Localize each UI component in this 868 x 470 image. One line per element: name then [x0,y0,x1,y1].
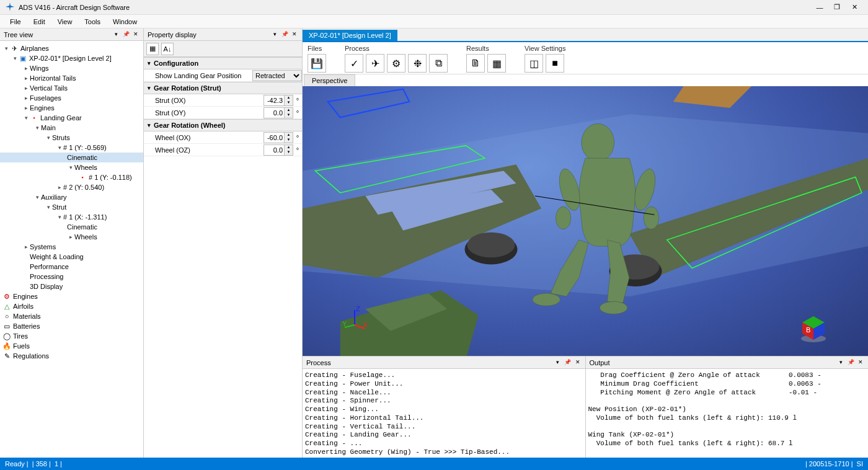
panel-pin-icon[interactable]: 📌 [564,359,572,366]
svg-point-19 [644,206,658,229]
svg-marker-7 [328,89,410,118]
panel-close-icon[interactable]: ✕ [574,359,582,366]
tree-extra[interactable]: ▭Batteries [0,321,143,331]
tree-aux-strut[interactable]: ▾Strut [0,202,143,212]
panel-close-icon[interactable]: ✕ [291,31,298,38]
menu-view[interactable]: View [51,17,79,27]
process-log[interactable]: Creating - Fuselage... Creating - Power … [303,369,585,458]
spin-down-icon[interactable]: ▼ [285,100,293,105]
tree-aux-wheels[interactable]: ▸Wheels [0,232,143,242]
tree-item[interactable]: ▸Systems [0,242,143,252]
perspective-tab[interactable]: Perspective [304,74,355,86]
menu-tools[interactable]: Tools [78,17,107,27]
tree-cinematic[interactable]: Cinematic [0,153,143,162]
tree-item[interactable]: Processing [0,272,143,282]
tree-aux-strut1[interactable]: ▾# 1 (X: -1.311) [0,212,143,222]
tb-group-label: View Settings [525,45,565,52]
tree-design[interactable]: ▾▣XP-02-01* [Design Level 2] [0,53,143,63]
strut-ox-input[interactable] [264,95,284,105]
panel-dropdown-icon[interactable]: ▾ [271,31,278,38]
tree-aux-cinematic[interactable]: Cinematic [0,222,143,232]
tree-item[interactable]: ▸Horizontal Tails [0,73,143,83]
close-button[interactable]: ✕ [846,3,863,11]
tree-item[interactable]: Weight & Loading [0,252,143,262]
panel-dropdown-icon[interactable]: ▾ [112,31,120,38]
output-log[interactable]: Drag Coefficient @ Zero Angle of attack … [586,369,869,458]
tree-extra[interactable]: △Airfoils [0,301,143,311]
document-tab-bar: XP-02-01* [Design Level 2] [303,29,868,42]
menu-window[interactable]: Window [107,17,143,27]
design-icon: ▣ [19,55,27,63]
tree-view-panel: Tree view ▾ 📌 ✕ ▾✈Airplanes ▾▣XP-02-01* … [0,29,144,458]
window-title: ADS V416 - Aircraft Design Software [19,4,811,11]
document-tab[interactable]: XP-02-01* [Design Level 2] [303,30,397,41]
tree-strut2[interactable]: ▸# 2 (Y: 0.540) [0,182,143,192]
tree-extra[interactable]: ◯Tires [0,331,143,341]
tree-aux[interactable]: ▾Auxiliary [0,192,143,202]
tree-item[interactable]: ▸Vertical Tails [0,83,143,93]
maximize-button[interactable]: ❐ [828,3,846,11]
check-icon[interactable]: ✓ [345,54,363,73]
tree-body[interactable]: ▾✈Airplanes ▾▣XP-02-01* [Design Level 2]… [0,41,143,458]
wheel-oz-input[interactable] [264,145,284,155]
sort-icon[interactable]: A↓ [161,43,174,55]
tree-struts[interactable]: ▾Struts [0,133,143,143]
spin-down-icon[interactable]: ▼ [285,113,293,118]
tree-wheels[interactable]: ▾Wheels [0,162,143,172]
tree-landing-gear[interactable]: ▾●Landing Gear [0,113,143,123]
panel-pin-icon[interactable]: 📌 [847,359,854,366]
view-cube[interactable]: B [799,314,828,344]
panel-dropdown-icon[interactable]: ▾ [554,359,562,366]
menu-bar: File Edit View Tools Window [0,15,868,29]
gear-icon[interactable]: ⚙ [387,54,405,73]
3d-viewport[interactable]: Z X Y B [303,86,868,356]
menu-file[interactable]: File [4,17,27,27]
plane-icon[interactable]: ✈ [366,54,384,73]
wheel-ox-input[interactable] [264,133,284,143]
grid-icon[interactable]: ▦ [487,54,506,73]
tree-strut1[interactable]: ▾# 1 (Y: -0.569) [0,143,143,153]
tree-extra[interactable]: ⚙Engines [0,291,143,301]
status-sel: 1 | [55,460,62,468]
mesh-icon[interactable]: ❉ [408,54,427,73]
solid-icon[interactable]: ■ [546,54,564,73]
status-bar: Ready | | 358 | 1 | | 200515-1710 | SI [0,458,868,470]
svg-point-20 [533,293,560,306]
tree-item[interactable]: ▸Wings [0,63,143,73]
panel-dropdown-icon[interactable]: ▾ [837,359,844,366]
tree-extra[interactable]: ✎Regulations [0,351,143,361]
menu-edit[interactable]: Edit [27,17,51,27]
tree-extra[interactable]: 🔥Fuels [0,341,143,351]
airfoil-icon: △ [2,303,11,311]
tree-root[interactable]: ▾✈Airplanes [0,43,143,53]
axis-gizmo[interactable]: Z X Y [342,306,367,331]
tree-item[interactable]: ▸Fuselages [0,93,143,103]
panel-close-icon[interactable]: ✕ [857,359,864,366]
tree-item[interactable]: ▸Engines [0,103,143,113]
spin-down-icon[interactable]: ▼ [285,150,293,155]
spin-down-icon[interactable]: ▼ [285,138,293,143]
property-body: ▾Configuration Show Landing Gear Positio… [144,57,302,458]
tree-main[interactable]: ▾Main [0,123,143,133]
wireframe-icon[interactable]: ◫ [525,54,543,73]
panel-pin-icon[interactable]: 📌 [122,31,130,38]
panel-pin-icon[interactable]: 📌 [281,31,288,38]
spin-up-icon[interactable]: ▲ [285,145,293,150]
spin-up-icon[interactable]: ▲ [285,95,293,100]
tree-wheel1[interactable]: ●# 1 (Y: -0.118) [0,172,143,182]
tree-extra[interactable]: ○Materials [0,311,143,321]
panel-close-icon[interactable]: ✕ [132,31,140,38]
svg-text:X: X [363,321,367,329]
strut-oy-input[interactable] [264,108,284,118]
landing-gear-select[interactable]: Retracted [253,71,301,81]
svg-text:B: B [806,326,810,334]
layers-icon[interactable]: ⧉ [429,54,448,73]
tree-item[interactable]: Performance [0,262,143,272]
categorize-icon[interactable]: ▦ [146,43,159,55]
spin-up-icon[interactable]: ▲ [285,108,293,113]
spin-up-icon[interactable]: ▲ [285,133,293,138]
report-icon[interactable]: 🗎 [466,54,485,73]
tree-item[interactable]: 3D Display [0,282,143,291]
minimize-button[interactable]: — [811,4,828,11]
save-icon[interactable]: 💾 [308,54,326,73]
